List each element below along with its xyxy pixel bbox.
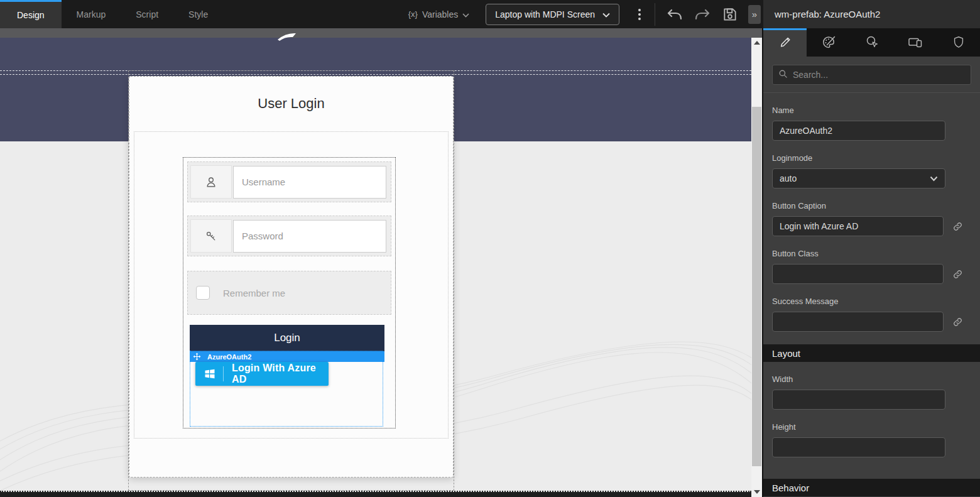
scroll-down-arrow[interactable] bbox=[751, 487, 762, 497]
button-caption-label: Button Caption bbox=[772, 201, 971, 210]
tab-properties[interactable] bbox=[763, 28, 807, 57]
remember-me-label: Remember me bbox=[223, 288, 285, 298]
button-caption-field[interactable] bbox=[772, 216, 944, 236]
property-search[interactable] bbox=[772, 65, 971, 85]
tab-style[interactable]: Style bbox=[173, 0, 223, 28]
loginmode-select[interactable]: auto bbox=[772, 168, 945, 188]
password-row[interactable] bbox=[187, 216, 391, 256]
panel-body: Name Loginmode auto Button Caption B bbox=[763, 57, 980, 496]
shield-icon bbox=[952, 35, 966, 52]
page-footer-strip bbox=[0, 492, 751, 497]
top-toolbar: Design Markup Script Style {x} Variables… bbox=[0, 0, 763, 28]
prefab-selection-label: AzureOAuth2 bbox=[207, 353, 251, 361]
chevron-down-icon bbox=[930, 173, 938, 183]
loginmode-value: auto bbox=[780, 173, 797, 183]
section-header-behavior[interactable]: Behavior bbox=[763, 479, 980, 496]
username-input[interactable] bbox=[233, 166, 386, 199]
tab-inspect[interactable] bbox=[850, 28, 893, 57]
chevron-down-icon bbox=[602, 9, 610, 19]
password-input[interactable] bbox=[233, 220, 386, 253]
login-card[interactable]: User Login bbox=[129, 76, 454, 478]
name-label: Name bbox=[772, 106, 971, 115]
tab-script[interactable]: Script bbox=[121, 0, 173, 28]
prefab-selection-bar[interactable]: AzureOAuth2 bbox=[190, 351, 384, 362]
success-message-field[interactable] bbox=[772, 312, 944, 332]
success-message-label: Success Message bbox=[772, 297, 971, 306]
login-form-container[interactable]: Remember me Login AzureOAuth2 bbox=[183, 157, 396, 429]
width-label: Width bbox=[772, 374, 971, 384]
windows-icon bbox=[204, 368, 216, 380]
variables-label: Variables bbox=[422, 9, 458, 19]
properties-panel: wm-prefab: AzureOAuth2 bbox=[763, 0, 980, 497]
logo-swoosh bbox=[277, 31, 298, 45]
panel-title: wm-prefab: AzureOAuth2 bbox=[763, 0, 980, 28]
name-field[interactable] bbox=[772, 121, 945, 141]
search-icon bbox=[778, 69, 788, 81]
login-button[interactable]: Login bbox=[190, 325, 384, 351]
design-canvas: User Login bbox=[0, 28, 763, 497]
save-icon[interactable] bbox=[722, 6, 738, 23]
bind-link-icon[interactable] bbox=[944, 317, 971, 327]
collapse-panel-button[interactable]: » bbox=[748, 5, 761, 24]
height-label: Height bbox=[772, 422, 971, 432]
tab-styles[interactable] bbox=[807, 28, 850, 57]
bind-link-icon[interactable] bbox=[944, 221, 971, 232]
remember-me-row[interactable]: Remember me bbox=[187, 271, 391, 315]
button-class-label: Button Class bbox=[772, 249, 971, 258]
key-icon bbox=[190, 219, 232, 253]
azure-login-button[interactable]: Login With Azure AD bbox=[195, 362, 329, 386]
panel-tabs bbox=[763, 28, 980, 57]
width-field[interactable] bbox=[772, 390, 945, 410]
variables-icon: {x} bbox=[408, 9, 418, 19]
page-boundary-dashed-line bbox=[0, 74, 751, 75]
user-icon bbox=[190, 165, 232, 199]
azure-button-label: Login With Azure AD bbox=[232, 363, 329, 385]
page-title[interactable]: User Login bbox=[129, 96, 453, 112]
toolbar-divider bbox=[655, 3, 655, 26]
tab-security[interactable] bbox=[937, 28, 980, 57]
tab-devices[interactable] bbox=[893, 28, 937, 57]
canvas-vertical-scrollbar[interactable] bbox=[751, 38, 762, 497]
scroll-up-arrow[interactable] bbox=[751, 38, 762, 48]
tab-design[interactable]: Design bbox=[0, 0, 62, 28]
variables-menu[interactable]: {x} Variables bbox=[408, 9, 470, 20]
button-class-field[interactable] bbox=[772, 264, 944, 284]
tab-markup[interactable]: Markup bbox=[62, 0, 121, 28]
device-selector[interactable]: Laptop with MDPI Screen bbox=[486, 4, 619, 25]
move-icon[interactable] bbox=[193, 352, 201, 361]
undo-button[interactable] bbox=[667, 7, 683, 22]
bind-link-icon[interactable] bbox=[944, 269, 971, 280]
search-input[interactable] bbox=[793, 70, 965, 80]
page-boundary-dashed-line bbox=[0, 70, 751, 71]
device-selector-value: Laptop with MDPI Screen bbox=[495, 9, 595, 19]
redo-button[interactable] bbox=[694, 7, 710, 22]
chevron-down-icon bbox=[462, 9, 469, 20]
button-divider bbox=[223, 366, 224, 381]
pencil-icon bbox=[778, 35, 792, 52]
section-header-layout[interactable]: Layout bbox=[763, 344, 980, 362]
height-field[interactable] bbox=[772, 437, 945, 457]
panel-divider bbox=[763, 92, 980, 93]
devices-icon bbox=[907, 35, 923, 52]
remember-me-checkbox[interactable] bbox=[196, 286, 210, 300]
kebab-menu-icon[interactable] bbox=[634, 5, 645, 24]
loginmode-label: Loginmode bbox=[772, 153, 971, 163]
scrollbar-thumb[interactable] bbox=[752, 107, 761, 466]
username-row[interactable] bbox=[187, 161, 391, 202]
palette-icon bbox=[821, 35, 836, 52]
canvas-top-strip bbox=[0, 28, 762, 38]
inspect-cursor-icon bbox=[864, 35, 879, 52]
